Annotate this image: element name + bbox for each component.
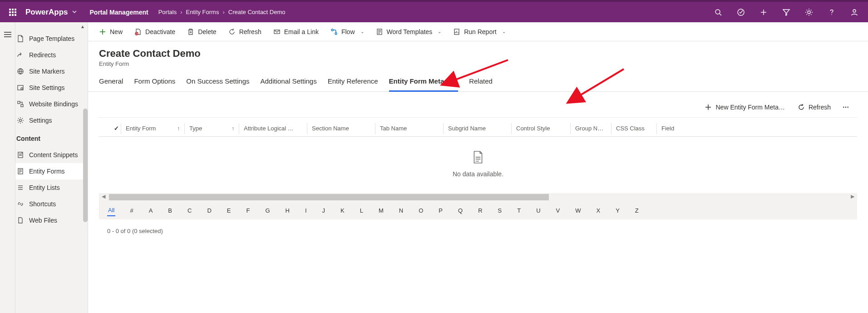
sidebar-scrollbar[interactable] xyxy=(83,109,88,222)
sidebar-item-entity-lists[interactable]: Entity Lists xyxy=(15,179,88,196)
word-templates-button[interactable]: Word Templates⌄ xyxy=(372,26,445,38)
alpha-filter[interactable]: U xyxy=(535,205,541,216)
alpha-filter[interactable]: E xyxy=(226,205,232,216)
breadcrumb-item[interactable]: Portals xyxy=(158,9,177,15)
tab-general[interactable]: General xyxy=(99,75,123,91)
tab-entity-reference[interactable]: Entity Reference xyxy=(328,75,378,91)
sidebar-item-entity-forms[interactable]: Entity Forms xyxy=(15,163,88,179)
select-all-check-icon[interactable]: ✓ xyxy=(112,125,121,132)
gear-icon[interactable] xyxy=(799,2,819,22)
sidebar-item-site-settings[interactable]: Site Settings xyxy=(15,79,88,96)
sidebar-item-shortcuts[interactable]: Shortcuts xyxy=(15,196,88,212)
app-area-label[interactable]: Portal Management xyxy=(90,9,148,16)
task-icon[interactable] xyxy=(731,2,751,22)
column-header[interactable]: Tab Name xyxy=(375,123,443,134)
alpha-filter[interactable]: M xyxy=(378,205,385,216)
alpha-filter[interactable]: H xyxy=(285,205,291,216)
alpha-filter[interactable]: A xyxy=(148,205,154,216)
alpha-filter[interactable]: L xyxy=(359,205,364,216)
sidebar-item-page-templates[interactable]: Page Templates xyxy=(15,30,88,47)
alpha-filter[interactable]: D xyxy=(206,205,212,216)
column-header[interactable]: Field xyxy=(656,123,679,134)
column-header[interactable]: Group N… xyxy=(570,123,611,134)
svg-point-13 xyxy=(20,119,22,122)
tab-on-success[interactable]: On Success Settings xyxy=(186,75,249,91)
add-icon[interactable] xyxy=(754,2,774,22)
breadcrumb-item[interactable]: Create Contact Demo xyxy=(228,9,286,15)
email-link-button[interactable]: Email a Link xyxy=(270,26,322,38)
alpha-filter[interactable]: S xyxy=(497,205,503,216)
search-icon[interactable] xyxy=(708,2,728,22)
sidebar-item-site-markers[interactable]: Site Markers xyxy=(15,63,88,79)
flow-button[interactable]: Flow⌄ xyxy=(327,26,368,38)
alpha-filter[interactable]: Q xyxy=(457,205,464,216)
column-header[interactable]: Subgrid Name xyxy=(443,123,511,134)
column-header[interactable]: Control Style xyxy=(511,123,570,134)
list-icon xyxy=(16,184,25,192)
file-icon xyxy=(16,216,25,224)
subgrid-refresh-button[interactable]: Refresh xyxy=(795,102,833,113)
help-icon[interactable] xyxy=(822,2,842,22)
alpha-filter[interactable]: X xyxy=(596,205,602,216)
more-commands-icon[interactable]: ⋯ xyxy=(841,102,852,113)
alpha-filter[interactable]: K xyxy=(340,205,345,216)
grid-empty-state: No data available. xyxy=(99,137,857,191)
hamburger-icon[interactable] xyxy=(4,30,11,39)
alpha-filter[interactable]: R xyxy=(477,205,483,216)
sidebar-item-label: Settings xyxy=(29,117,52,124)
sidebar-item-redirects[interactable]: Redirects xyxy=(15,47,88,63)
alpha-filter[interactable]: Z xyxy=(634,205,640,216)
alpha-filter[interactable]: T xyxy=(516,205,522,216)
user-icon[interactable] xyxy=(844,2,864,22)
sidebar-item-label: Website Bindings xyxy=(29,100,78,108)
column-header[interactable]: CSS Class xyxy=(611,123,656,134)
tab-entity-form-metadata[interactable]: Entity Form Metadata xyxy=(389,75,459,92)
grid-horizontal-scrollbar[interactable]: ◀ ▶ xyxy=(99,193,857,201)
alpha-filter[interactable]: J xyxy=(321,205,326,216)
new-button[interactable]: New xyxy=(95,26,126,38)
alpha-filter[interactable]: W xyxy=(574,205,582,216)
alpha-filter[interactable]: V xyxy=(555,205,561,216)
app-launcher-icon[interactable] xyxy=(4,3,22,21)
run-report-button[interactable]: Run Report⌄ xyxy=(449,26,509,38)
breadcrumb-item[interactable]: Entity Forms xyxy=(186,9,219,15)
scroll-right-icon[interactable]: ▶ xyxy=(851,194,854,199)
deactivate-button[interactable]: Deactivate xyxy=(131,26,179,38)
alpha-filter[interactable]: B xyxy=(167,205,173,216)
empty-text: No data available. xyxy=(453,170,503,178)
chevron-down-icon: ⌄ xyxy=(360,29,364,34)
column-header[interactable]: Entity Form↑ xyxy=(121,123,184,134)
alpha-filter[interactable]: Y xyxy=(615,205,621,216)
column-header[interactable]: Attribute Logical … xyxy=(239,123,307,134)
alpha-filter-all[interactable]: All xyxy=(107,205,115,216)
sidebar-item-settings[interactable]: Settings xyxy=(15,112,88,129)
page-title: Create Contact Demo xyxy=(99,48,857,60)
gear-icon xyxy=(16,116,25,124)
scroll-left-icon[interactable]: ◀ xyxy=(102,194,105,199)
alpha-filter[interactable]: G xyxy=(264,205,271,216)
tab-additional[interactable]: Additional Settings xyxy=(260,75,316,91)
svg-point-21 xyxy=(331,29,333,31)
alpha-filter[interactable]: I xyxy=(304,205,308,216)
sidebar-item-label: Site Settings xyxy=(29,84,65,91)
alpha-filter[interactable]: P xyxy=(438,205,444,216)
sidebar-item-content-snippets[interactable]: Content Snippets xyxy=(15,147,88,163)
refresh-button[interactable]: Refresh xyxy=(225,26,265,38)
column-header[interactable]: Section Name xyxy=(307,123,375,134)
alpha-filter[interactable]: F xyxy=(245,205,251,216)
sidebar-item-web-files[interactable]: Web Files xyxy=(15,212,88,229)
alpha-filter[interactable]: # xyxy=(129,205,134,216)
tab-form-options[interactable]: Form Options xyxy=(134,75,175,91)
chevron-down-icon: ⌄ xyxy=(438,29,441,34)
new-entity-form-metadata-button[interactable]: New Entity Form Meta… xyxy=(702,102,787,113)
delete-button[interactable]: Delete xyxy=(183,26,220,38)
filter-icon[interactable] xyxy=(776,2,796,22)
column-header[interactable]: Type↑ xyxy=(184,123,239,134)
alpha-filter[interactable]: N xyxy=(398,205,404,216)
sidebar-collapse-icon[interactable]: ▲ xyxy=(80,24,85,29)
alpha-filter[interactable]: O xyxy=(418,205,424,216)
sidebar-item-website-bindings[interactable]: Website Bindings xyxy=(15,96,88,112)
tab-related[interactable]: Related xyxy=(469,75,493,91)
brand-chevron-icon[interactable] xyxy=(72,9,77,16)
alpha-filter[interactable]: C xyxy=(187,205,192,216)
